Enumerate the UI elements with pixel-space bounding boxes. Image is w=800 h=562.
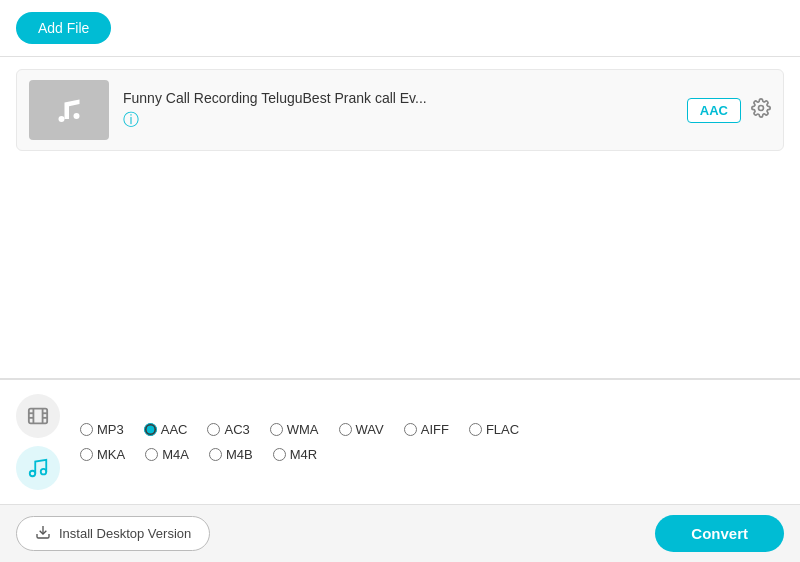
svg-point-10 (30, 471, 36, 477)
format-option-wav[interactable]: WAV (339, 422, 384, 437)
svg-point-1 (74, 113, 80, 119)
install-desktop-button[interactable]: Install Desktop Version (16, 516, 210, 551)
format-label-wav: WAV (356, 422, 384, 437)
format-label-m4b: M4B (226, 447, 253, 462)
convert-button[interactable]: Convert (655, 515, 784, 552)
info-icon[interactable]: ⓘ (123, 111, 139, 128)
radio-m4b[interactable] (209, 448, 222, 461)
film-icon (27, 405, 49, 427)
format-option-ac3[interactable]: AC3 (207, 422, 249, 437)
format-option-aac[interactable]: AAC (144, 422, 188, 437)
file-name: Funny Call Recording TeluguBest Prank ca… (123, 90, 687, 106)
audio-type-button[interactable] (16, 446, 60, 490)
radio-aac[interactable] (144, 423, 157, 436)
format-label-m4r: M4R (290, 447, 317, 462)
music-icon (51, 92, 87, 128)
format-option-wma[interactable]: WMA (270, 422, 319, 437)
download-icon (35, 524, 51, 543)
format-label-ac3: AC3 (224, 422, 249, 437)
top-bar: Add File (0, 0, 800, 57)
format-label-wma: WMA (287, 422, 319, 437)
format-option-mp3[interactable]: MP3 (80, 422, 124, 437)
video-type-button[interactable] (16, 394, 60, 438)
footer: Install Desktop Version Convert (0, 504, 800, 562)
format-label-aac: AAC (161, 422, 188, 437)
format-option-aiff[interactable]: AIFF (404, 422, 449, 437)
format-option-mka[interactable]: MKA (80, 447, 125, 462)
format-panel: MP3 AAC AC3 WMA WAV AIFF (0, 379, 800, 504)
radio-ac3[interactable] (207, 423, 220, 436)
format-label-mp3: MP3 (97, 422, 124, 437)
radio-m4r[interactable] (273, 448, 286, 461)
format-label-flac: FLAC (486, 422, 519, 437)
svg-point-2 (759, 105, 764, 110)
format-option-m4r[interactable]: M4R (273, 447, 317, 462)
type-icon-group (16, 394, 60, 490)
file-info: Funny Call Recording TeluguBest Prank ca… (123, 90, 687, 131)
settings-icon[interactable] (751, 98, 771, 123)
radio-aiff[interactable] (404, 423, 417, 436)
radio-wav[interactable] (339, 423, 352, 436)
file-list-area: Funny Call Recording TeluguBest Prank ca… (0, 57, 800, 379)
file-thumbnail (29, 80, 109, 140)
format-option-m4a[interactable]: M4A (145, 447, 189, 462)
format-option-flac[interactable]: FLAC (469, 422, 519, 437)
radio-mp3[interactable] (80, 423, 93, 436)
radio-mka[interactable] (80, 448, 93, 461)
file-item: Funny Call Recording TeluguBest Prank ca… (16, 69, 784, 151)
audio-icon (27, 457, 49, 479)
format-label-mka: MKA (97, 447, 125, 462)
svg-point-11 (41, 469, 47, 475)
install-label: Install Desktop Version (59, 526, 191, 541)
radio-flac[interactable] (469, 423, 482, 436)
format-option-m4b[interactable]: M4B (209, 447, 253, 462)
format-badge[interactable]: AAC (687, 98, 741, 123)
svg-rect-3 (29, 409, 47, 424)
format-label-m4a: M4A (162, 447, 189, 462)
svg-point-0 (59, 116, 65, 122)
radio-wma[interactable] (270, 423, 283, 436)
file-actions: AAC (687, 98, 771, 123)
format-label-aiff: AIFF (421, 422, 449, 437)
add-file-button[interactable]: Add File (16, 12, 111, 44)
radio-m4a[interactable] (145, 448, 158, 461)
